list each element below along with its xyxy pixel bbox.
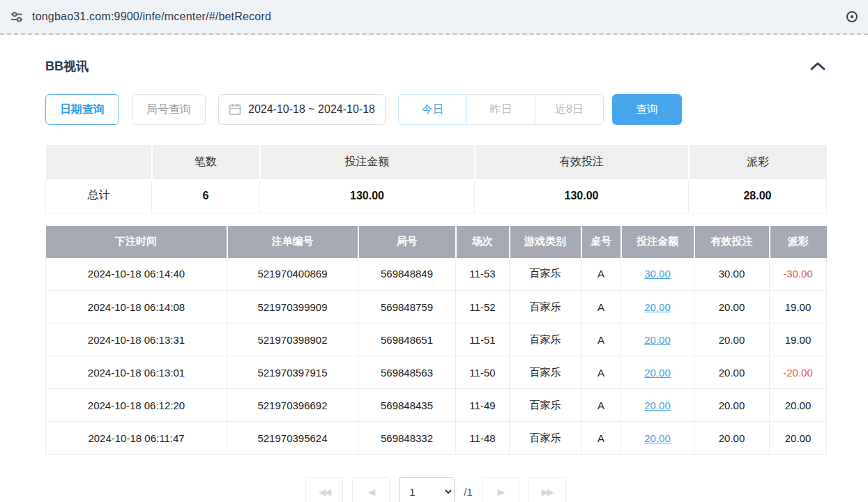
summary-valid-bet-value: 130.00: [475, 179, 689, 213]
order-number-cell: 521970396692: [227, 389, 358, 422]
game-type-cell: 百家乐: [510, 389, 581, 422]
round-number-cell: 569848759: [358, 291, 456, 324]
bet-amount-link[interactable]: 20.00: [644, 367, 671, 379]
summary-bet-amount-value: 130.00: [260, 179, 475, 213]
prev-page-button[interactable]: ◀: [352, 477, 390, 502]
session-cell: 11-52: [456, 291, 510, 324]
url-text[interactable]: tongbao31.com:9900/infe/mcenter/#/betRec…: [32, 10, 271, 23]
filter-bar: 日期查询 局号查询 2024-10-18 ~ 2024-10-18 今日 昨日 …: [45, 94, 826, 125]
bet-time-cell: 2024-10-18 06:14:08: [46, 291, 227, 324]
bet-amount-cell: 20.00: [621, 422, 694, 455]
table-code-cell: A: [581, 258, 621, 291]
order-number-cell: 521970397915: [227, 356, 358, 389]
browser-address-bar: tongbao31.com:9900/infe/mcenter/#/betRec…: [0, 0, 868, 35]
page-total-label: /1: [464, 486, 473, 498]
session-cell: 11-49: [456, 389, 510, 422]
session-cell: 11-53: [456, 258, 510, 291]
header-order-number: 注单编号: [227, 226, 358, 258]
header-table-code: 桌号: [581, 226, 621, 258]
valid-bet-cell: 20.00: [694, 324, 770, 356]
date-query-tab[interactable]: 日期查询: [45, 94, 119, 125]
payout-cell: -20.00: [770, 356, 827, 389]
payout-cell: 19.00: [770, 291, 827, 324]
next-page-button[interactable]: ▶: [482, 477, 519, 502]
bet-amount-link[interactable]: 20.00: [644, 334, 671, 346]
last-page-button[interactable]: ▶▶: [528, 477, 566, 502]
pagination: ◀◀ ◀ 1 /1 ▶ ▶▶: [45, 477, 826, 502]
date-range-input[interactable]: 2024-10-18 ~ 2024-10-18: [218, 94, 386, 125]
round-number-cell: 569848563: [358, 356, 456, 389]
summary-count-value: 6: [152, 179, 260, 213]
page-select[interactable]: 1: [399, 477, 455, 502]
payout-cell: 19.00: [770, 324, 827, 356]
header-payout: 派彩: [770, 226, 827, 258]
round-number-cell: 569848651: [358, 324, 456, 356]
calendar-icon: [229, 103, 241, 116]
panel-header: BB视讯: [45, 58, 826, 75]
table-code-cell: A: [581, 291, 621, 324]
bet-time-cell: 2024-10-18 06:14:40: [46, 258, 227, 291]
bet-records-table: 下注时间 注单编号 局号 场次 游戏类别 桌号 投注金额 有效投注 派彩 202…: [45, 226, 827, 455]
table-row: 2024-10-18 06:13:01 521970397915 5698485…: [46, 356, 827, 389]
today-button[interactable]: 今日: [398, 94, 467, 125]
first-page-button[interactable]: ◀◀: [305, 477, 343, 502]
browser-extension-icon[interactable]: [846, 10, 858, 23]
header-session: 场次: [456, 226, 510, 258]
bet-time-cell: 2024-10-18 06:11:47: [46, 422, 227, 455]
bet-amount-link[interactable]: 30.00: [644, 268, 671, 280]
date-range-value: 2024-10-18 ~ 2024-10-18: [248, 103, 375, 116]
round-number-cell: 569848435: [358, 389, 456, 422]
session-cell: 11-50: [456, 356, 510, 389]
summary-total-row: 总计 6 130.00 130.00 28.00: [46, 179, 827, 213]
header-valid-bet: 有效投注: [694, 226, 770, 258]
summary-header-row: 笔数 投注金额 有效投注 派彩: [46, 145, 827, 179]
order-number-cell: 521970395624: [227, 422, 358, 455]
bet-time-cell: 2024-10-18 06:13:31: [46, 324, 227, 356]
bet-amount-link[interactable]: 20.00: [644, 301, 671, 313]
round-number-cell: 569848332: [358, 422, 456, 455]
bet-amount-link[interactable]: 20.00: [644, 400, 671, 411]
page-title: BB视讯: [45, 58, 89, 75]
summary-header-payout: 派彩: [689, 145, 827, 179]
site-settings-icon[interactable]: [10, 10, 24, 24]
header-bet-time: 下注时间: [46, 226, 227, 258]
table-row: 2024-10-18 06:13:31 521970398902 5698486…: [46, 324, 827, 356]
valid-bet-cell: 20.00: [694, 389, 770, 422]
last-8-days-button[interactable]: 近8日: [535, 94, 604, 125]
bet-amount-cell: 20.00: [621, 324, 694, 356]
table-row: 2024-10-18 06:14:08 521970399909 5698487…: [46, 291, 827, 324]
table-code-cell: A: [581, 324, 621, 356]
order-number-cell: 521970400869: [227, 258, 358, 291]
bet-amount-cell: 20.00: [621, 291, 694, 324]
yesterday-button[interactable]: 昨日: [466, 94, 535, 125]
bet-time-cell: 2024-10-18 06:13:01: [46, 356, 227, 389]
collapse-chevron-up-icon[interactable]: [809, 61, 826, 71]
bet-amount-link[interactable]: 20.00: [644, 432, 671, 444]
game-type-cell: 百家乐: [510, 356, 581, 389]
payout-cell: -30.00: [770, 258, 827, 291]
header-round-number: 局号: [358, 226, 456, 258]
table-code-cell: A: [581, 389, 621, 422]
summary-header-valid-bet: 有效投注: [475, 145, 689, 179]
summary-total-label: 总计: [46, 179, 152, 213]
summary-header-count: 笔数: [152, 145, 260, 179]
bet-time-cell: 2024-10-18 06:12:20: [46, 389, 227, 422]
summary-header-empty: [46, 145, 152, 179]
session-cell: 11-51: [456, 324, 510, 356]
order-number-cell: 521970399909: [227, 291, 358, 324]
summary-table: 笔数 投注金额 有效投注 派彩 总计 6 130.00 130.00 28.00: [45, 145, 827, 213]
game-type-cell: 百家乐: [510, 258, 581, 291]
summary-header-bet-amount: 投注金额: [260, 145, 475, 179]
bet-amount-cell: 20.00: [621, 356, 694, 389]
search-button[interactable]: 查询: [612, 94, 682, 125]
quick-range-group: 今日 昨日 近8日: [398, 94, 604, 125]
valid-bet-cell: 20.00: [694, 356, 770, 389]
round-query-tab[interactable]: 局号查询: [132, 94, 206, 125]
payout-cell: 20.00: [770, 389, 827, 422]
game-type-cell: 百家乐: [510, 422, 581, 455]
game-type-cell: 百家乐: [510, 324, 581, 356]
table-code-cell: A: [581, 356, 621, 389]
table-row: 2024-10-18 06:11:47 521970395624 5698483…: [46, 422, 827, 455]
table-row: 2024-10-18 06:14:40 521970400869 5698488…: [46, 258, 827, 291]
order-number-cell: 521970398902: [227, 324, 358, 356]
